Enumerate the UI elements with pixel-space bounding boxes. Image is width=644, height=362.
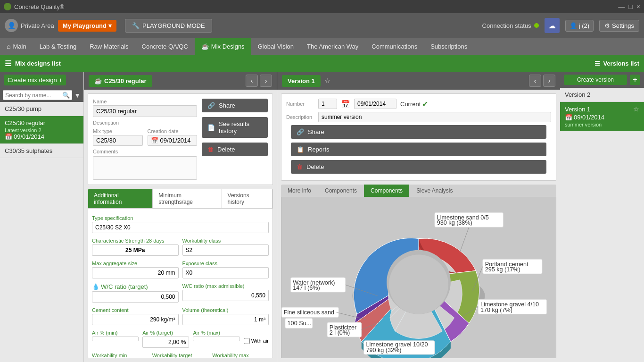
type-spec-label: Type specification xyxy=(92,215,269,221)
next-version-button[interactable]: › xyxy=(543,75,555,87)
with-air-label: With air xyxy=(251,338,269,344)
exposure-class-col: Exposure class X0 xyxy=(182,258,269,278)
char-strength-col: Characteristic Strength 28 days 25 MPa xyxy=(92,235,179,256)
search-row: 🔍 ▼ xyxy=(0,88,83,102)
versions-list-toggle[interactable]: ☰ Versions list xyxy=(594,60,639,67)
reports-button[interactable]: 📋 Reports xyxy=(291,143,546,156)
version-desc-input[interactable] xyxy=(318,112,551,122)
mix-nav-arrows: ‹ › xyxy=(246,75,272,87)
plus-icon: + xyxy=(59,76,63,84)
tab-sieve-analysis[interactable]: Sieve Analysis xyxy=(410,185,460,197)
creation-date-label: Creation date xyxy=(148,128,198,134)
nav-main[interactable]: ⌂ Main xyxy=(0,38,33,55)
wc-target-label: 💧 W/C ratio (target) xyxy=(92,283,179,290)
share-icon: 🔗 xyxy=(207,102,215,109)
workability-class-value: S2 xyxy=(182,244,269,256)
nav-bar: ⌂ Main Lab & Testing Raw Materials Concr… xyxy=(0,38,644,55)
search-box[interactable]: 🔍 xyxy=(3,90,72,100)
donut-chart: Limestone sand 0/5 930 kg (38%) Portland… xyxy=(281,197,556,358)
air-max-col: Air % (max) xyxy=(193,327,239,348)
settings-button[interactable]: ⚙ Settings xyxy=(599,20,639,32)
share-button[interactable]: 🔗 Share xyxy=(202,99,268,112)
version-star-icon[interactable]: ☆ xyxy=(633,105,639,113)
ai-tabs: Additional information Minimum strengths… xyxy=(88,189,272,209)
name-field[interactable]: C25/30 regular xyxy=(93,105,197,117)
ai-tab-strengths[interactable]: Minimum strengths/age xyxy=(153,189,222,208)
add-version-button[interactable]: + xyxy=(630,75,640,85)
right-panel: Create version + Version 2 Version 1 ☆ 📅… xyxy=(560,72,644,362)
comments-field[interactable] xyxy=(93,156,197,180)
create-mix-button[interactable]: Create mix design + xyxy=(4,75,66,85)
delete-version-button[interactable]: 🗑 Delete xyxy=(291,160,546,174)
nav-global-vision[interactable]: Global Vision xyxy=(251,38,300,55)
nav-qa-label: Concrete QA/QC xyxy=(142,43,188,50)
nav-subscriptions[interactable]: Subscriptions xyxy=(424,38,474,55)
version-item-1[interactable]: Version 1 ☆ 📅 09/01/2014 summer version xyxy=(560,102,644,131)
work-max-label: Workability max xyxy=(212,353,269,358)
volume-label: Volume (theoretical) xyxy=(182,307,269,313)
section-icon: ☰ xyxy=(5,59,11,68)
see-results-label: See results history xyxy=(219,120,262,135)
with-air-checkbox[interactable] xyxy=(244,338,250,344)
close-btn[interactable]: × xyxy=(636,3,640,10)
cement-col: Cement content 290 kg/m³ xyxy=(92,304,179,325)
tab-components1[interactable]: Components xyxy=(318,185,364,197)
nav-concrete-qa[interactable]: Concrete QA/QC xyxy=(135,38,195,55)
tab-more-info[interactable]: More info xyxy=(281,185,318,197)
volume-value: 1 m³ xyxy=(182,314,269,325)
version-calendar-icon[interactable]: 📅 xyxy=(341,100,350,109)
prev-mix-button[interactable]: ‹ xyxy=(246,75,258,87)
star-icon[interactable]: ☆ xyxy=(324,77,330,84)
sidebar-item-name: C30/35 sulphates xyxy=(5,147,79,154)
sidebar-item-c3035sulphates[interactable]: C30/35 sulphates xyxy=(0,144,83,158)
work-min-label: Workability min xyxy=(92,353,149,358)
nav-american-way[interactable]: The American Way xyxy=(300,38,365,55)
user-icon: 👤 xyxy=(5,19,18,32)
user-badge[interactable]: 👤 j (2) xyxy=(565,20,594,32)
search-input[interactable] xyxy=(5,92,61,99)
name-value: C25/30 regular xyxy=(96,108,137,115)
chart-tabs: More info Components Components Sieve An… xyxy=(281,185,556,197)
air-target-col: Air % (target) 2,00 % xyxy=(142,327,189,348)
sidebar-item-c2530pump[interactable]: C25/30 pump xyxy=(0,102,83,116)
sidebar-item-name: C25/30 regular xyxy=(5,119,79,126)
next-mix-button[interactable]: › xyxy=(260,75,272,87)
ai-tab-history[interactable]: Versions history xyxy=(222,189,272,208)
prev-version-button[interactable]: ‹ xyxy=(529,75,541,87)
work-target-col: Workability target ⚑ 8 cm xyxy=(152,350,209,358)
ai-tab-additional[interactable]: Additional information xyxy=(88,189,153,208)
filter-button[interactable]: ▼ xyxy=(74,90,81,100)
nav-lab-testing[interactable]: Lab & Testing xyxy=(33,38,83,55)
version-date-input[interactable] xyxy=(354,99,396,109)
reports-icon: 📋 xyxy=(297,146,304,153)
nav-mix-designs[interactable]: ☕ Mix Designs xyxy=(195,38,251,55)
cement-label: Cement content xyxy=(92,307,179,313)
connection-status-label: Connection status xyxy=(482,22,531,29)
calendar-icon: 📅 xyxy=(5,133,12,140)
label-lg1020-text2: 790 kg (32%) xyxy=(366,347,401,354)
maximize-btn[interactable]: □ xyxy=(628,3,632,10)
agg-exposure-row: Max aggregate size 20 mm Exposure class … xyxy=(92,258,269,278)
see-results-button[interactable]: 📄 See results history xyxy=(202,117,268,138)
version-number-input[interactable] xyxy=(318,99,337,109)
minimize-btn[interactable]: — xyxy=(618,3,625,10)
nav-communications[interactable]: Communications xyxy=(365,38,424,55)
section-header: ☰ Mix designs list ☰ Versions list xyxy=(0,55,644,72)
playground-mode-button[interactable]: 🔧 PLAYGROUND MODE xyxy=(125,19,212,33)
playground-button[interactable]: My Playground ▾ xyxy=(58,20,116,32)
delete-mix-button[interactable]: 🗑 Delete xyxy=(202,143,268,156)
settings-icon: ⚙ xyxy=(604,22,610,29)
creation-date-field: 📅 09/01/2014 xyxy=(148,135,198,146)
max-agg-value: 20 mm xyxy=(92,267,179,278)
nav-raw-materials[interactable]: Raw Materials xyxy=(83,38,135,55)
label-lg410-text2: 170 kg (7%) xyxy=(480,307,512,313)
version-share-button[interactable]: 🔗 Share xyxy=(291,125,546,139)
version-item-1-desc: summer version xyxy=(565,122,639,127)
sidebar-item-c2530regular[interactable]: C25/30 regular Latest version 2 📅 09/01/… xyxy=(0,116,83,144)
version-item-2[interactable]: Version 2 xyxy=(560,88,644,102)
tab-components2[interactable]: Components xyxy=(364,185,410,197)
mix-panel-header: ☕ C25/30 regular ‹ › xyxy=(84,72,277,90)
playground-mode-icon: 🔧 xyxy=(132,22,140,29)
create-version-button[interactable]: Create version xyxy=(564,75,627,85)
cloud-button[interactable]: ☁ xyxy=(545,18,560,33)
